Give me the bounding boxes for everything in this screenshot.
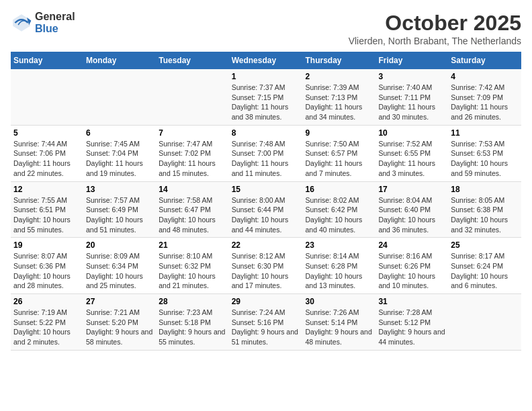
day-number: 3	[378, 72, 445, 81]
calendar-cell: 26Sunrise: 7:19 AM Sunset: 5:22 PM Dayli…	[11, 294, 83, 351]
calendar-cell: 4Sunrise: 7:42 AM Sunset: 7:09 PM Daylig…	[448, 69, 521, 125]
day-number: 12	[13, 185, 81, 194]
weekday-header: Sunday	[11, 52, 83, 69]
day-number: 17	[378, 185, 445, 194]
calendar-table: SundayMondayTuesdayWednesdayThursdayFrid…	[11, 52, 521, 351]
day-info: Sunrise: 7:57 AM Sunset: 6:49 PM Dayligh…	[86, 195, 153, 235]
day-number: 9	[306, 128, 373, 138]
day-info: Sunrise: 7:45 AM Sunset: 7:04 PM Dayligh…	[86, 139, 153, 179]
day-info: Sunrise: 8:05 AM Sunset: 6:38 PM Dayligh…	[451, 195, 519, 235]
day-info: Sunrise: 8:12 AM Sunset: 6:30 PM Dayligh…	[232, 251, 300, 291]
weekday-header: Tuesday	[156, 52, 228, 69]
day-number: 27	[86, 297, 153, 306]
logo: General Blue	[11, 11, 75, 34]
day-info: Sunrise: 7:24 AM Sunset: 5:16 PM Dayligh…	[232, 308, 300, 347]
day-number: 28	[159, 297, 226, 306]
calendar-cell: 22Sunrise: 8:12 AM Sunset: 6:30 PM Dayli…	[229, 238, 303, 294]
day-info: Sunrise: 7:28 AM Sunset: 5:12 PM Dayligh…	[378, 308, 445, 347]
day-info: Sunrise: 7:48 AM Sunset: 7:00 PM Dayligh…	[232, 139, 300, 179]
calendar-cell: 30Sunrise: 7:26 AM Sunset: 5:14 PM Dayli…	[303, 294, 376, 351]
calendar-cell: 8Sunrise: 7:48 AM Sunset: 7:00 PM Daylig…	[229, 125, 303, 181]
calendar-cell: 25Sunrise: 8:17 AM Sunset: 6:24 PM Dayli…	[448, 238, 521, 294]
day-info: Sunrise: 7:42 AM Sunset: 7:09 PM Dayligh…	[451, 83, 519, 122]
weekday-header: Friday	[375, 52, 448, 69]
weekday-header: Thursday	[303, 52, 376, 69]
day-number: 25	[451, 240, 519, 250]
day-info: Sunrise: 8:09 AM Sunset: 6:34 PM Dayligh…	[86, 251, 153, 291]
day-info: Sunrise: 7:39 AM Sunset: 7:13 PM Dayligh…	[306, 83, 373, 122]
day-number: 31	[378, 297, 445, 306]
logo-text: General Blue	[35, 11, 75, 34]
day-number: 23	[306, 240, 373, 250]
calendar-cell: 10Sunrise: 7:52 AM Sunset: 6:55 PM Dayli…	[375, 125, 448, 181]
calendar-cell: 9Sunrise: 7:50 AM Sunset: 6:57 PM Daylig…	[303, 125, 376, 181]
day-info: Sunrise: 7:52 AM Sunset: 6:55 PM Dayligh…	[378, 139, 445, 179]
calendar-cell	[83, 69, 156, 125]
calendar-cell: 17Sunrise: 8:04 AM Sunset: 6:40 PM Dayli…	[375, 181, 448, 238]
calendar-cell: 3Sunrise: 7:40 AM Sunset: 7:11 PM Daylig…	[375, 69, 448, 125]
day-number: 15	[232, 185, 300, 194]
day-number: 8	[232, 128, 300, 138]
day-info: Sunrise: 7:40 AM Sunset: 7:11 PM Dayligh…	[378, 83, 445, 122]
day-info: Sunrise: 7:47 AM Sunset: 7:02 PM Dayligh…	[159, 139, 226, 179]
day-info: Sunrise: 8:00 AM Sunset: 6:44 PM Dayligh…	[232, 195, 300, 235]
day-number: 19	[13, 240, 81, 250]
weekday-header: Wednesday	[229, 52, 303, 69]
calendar-cell: 2Sunrise: 7:39 AM Sunset: 7:13 PM Daylig…	[303, 69, 376, 125]
logo-icon	[11, 12, 32, 34]
calendar-cell: 1Sunrise: 7:37 AM Sunset: 7:15 PM Daylig…	[229, 69, 303, 125]
calendar-week-row: 26Sunrise: 7:19 AM Sunset: 5:22 PM Dayli…	[11, 294, 521, 351]
day-number: 7	[159, 128, 226, 138]
calendar-cell: 13Sunrise: 7:57 AM Sunset: 6:49 PM Dayli…	[83, 181, 156, 238]
calendar-cell: 16Sunrise: 8:02 AM Sunset: 6:42 PM Dayli…	[303, 181, 376, 238]
day-number: 20	[86, 240, 153, 250]
day-info: Sunrise: 7:21 AM Sunset: 5:20 PM Dayligh…	[86, 308, 153, 347]
calendar-cell: 12Sunrise: 7:55 AM Sunset: 6:51 PM Dayli…	[11, 181, 83, 238]
calendar-cell	[448, 294, 521, 351]
day-number: 6	[86, 128, 153, 138]
calendar-week-row: 19Sunrise: 8:07 AM Sunset: 6:36 PM Dayli…	[11, 238, 521, 294]
day-info: Sunrise: 7:37 AM Sunset: 7:15 PM Dayligh…	[232, 83, 300, 122]
calendar-week-row: 12Sunrise: 7:55 AM Sunset: 6:51 PM Dayli…	[11, 181, 521, 238]
calendar-header-row: SundayMondayTuesdayWednesdayThursdayFrid…	[11, 52, 521, 69]
calendar-cell: 14Sunrise: 7:58 AM Sunset: 6:47 PM Dayli…	[156, 181, 228, 238]
day-info: Sunrise: 7:58 AM Sunset: 6:47 PM Dayligh…	[159, 195, 226, 235]
page-header: General Blue October 2025 Vlierden, Nort…	[11, 11, 521, 46]
calendar-week-row: 5Sunrise: 7:44 AM Sunset: 7:06 PM Daylig…	[11, 125, 521, 181]
day-info: Sunrise: 8:17 AM Sunset: 6:24 PM Dayligh…	[451, 251, 519, 291]
day-number: 30	[306, 297, 373, 306]
day-info: Sunrise: 7:26 AM Sunset: 5:14 PM Dayligh…	[306, 308, 373, 347]
day-info: Sunrise: 7:55 AM Sunset: 6:51 PM Dayligh…	[13, 195, 81, 235]
calendar-cell: 18Sunrise: 8:05 AM Sunset: 6:38 PM Dayli…	[448, 181, 521, 238]
day-number: 26	[13, 297, 81, 306]
calendar-cell: 15Sunrise: 8:00 AM Sunset: 6:44 PM Dayli…	[229, 181, 303, 238]
day-info: Sunrise: 7:44 AM Sunset: 7:06 PM Dayligh…	[13, 139, 81, 179]
day-info: Sunrise: 7:23 AM Sunset: 5:18 PM Dayligh…	[159, 308, 226, 347]
calendar-cell: 20Sunrise: 8:09 AM Sunset: 6:34 PM Dayli…	[83, 238, 156, 294]
calendar-cell: 29Sunrise: 7:24 AM Sunset: 5:16 PM Dayli…	[229, 294, 303, 351]
calendar-cell	[11, 69, 83, 125]
calendar-cell: 11Sunrise: 7:53 AM Sunset: 6:53 PM Dayli…	[448, 125, 521, 181]
day-number: 10	[378, 128, 445, 138]
day-number: 1	[232, 72, 300, 81]
calendar-cell: 7Sunrise: 7:47 AM Sunset: 7:02 PM Daylig…	[156, 125, 228, 181]
day-number: 18	[451, 185, 519, 194]
calendar-cell: 21Sunrise: 8:10 AM Sunset: 6:32 PM Dayli…	[156, 238, 228, 294]
day-info: Sunrise: 8:14 AM Sunset: 6:28 PM Dayligh…	[306, 251, 373, 291]
calendar-cell: 5Sunrise: 7:44 AM Sunset: 7:06 PM Daylig…	[11, 125, 83, 181]
subtitle: Vlierden, North Brabant, The Netherlands	[349, 36, 521, 46]
day-info: Sunrise: 7:53 AM Sunset: 6:53 PM Dayligh…	[451, 139, 519, 179]
calendar-cell: 31Sunrise: 7:28 AM Sunset: 5:12 PM Dayli…	[375, 294, 448, 351]
calendar-cell: 27Sunrise: 7:21 AM Sunset: 5:20 PM Dayli…	[83, 294, 156, 351]
day-number: 5	[13, 128, 81, 138]
calendar-cell: 6Sunrise: 7:45 AM Sunset: 7:04 PM Daylig…	[83, 125, 156, 181]
day-info: Sunrise: 8:16 AM Sunset: 6:26 PM Dayligh…	[378, 251, 445, 291]
calendar-cell: 28Sunrise: 7:23 AM Sunset: 5:18 PM Dayli…	[156, 294, 228, 351]
weekday-header: Monday	[83, 52, 156, 69]
main-title: October 2025	[349, 11, 521, 36]
logo-general: General	[35, 11, 75, 23]
day-number: 21	[159, 240, 226, 250]
day-number: 13	[86, 185, 153, 194]
day-number: 16	[306, 185, 373, 194]
day-info: Sunrise: 7:19 AM Sunset: 5:22 PM Dayligh…	[13, 308, 81, 347]
